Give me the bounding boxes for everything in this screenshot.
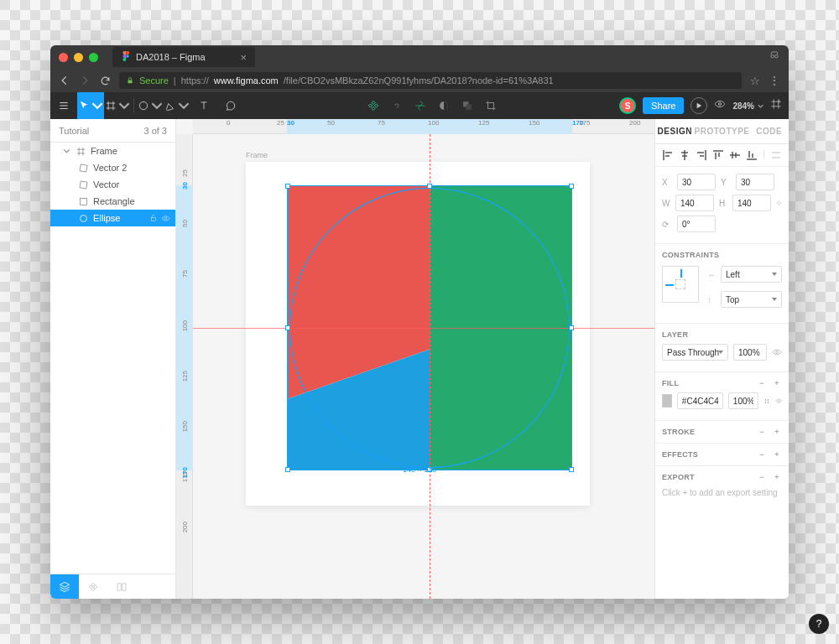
tab-close-icon[interactable]: × bbox=[241, 51, 248, 64]
layer-row-vector[interactable]: Vector bbox=[50, 176, 175, 193]
constraint-v-select[interactable] bbox=[721, 291, 782, 308]
star-icon[interactable]: ☆ bbox=[750, 75, 760, 87]
text-tool-button[interactable] bbox=[190, 92, 217, 119]
svg-point-23 bbox=[767, 402, 769, 403]
ruler-vertical: 25 30 50 75 100 125 150 170 175 200 bbox=[176, 134, 193, 599]
comment-tool-button[interactable] bbox=[217, 92, 244, 119]
browser-window: DA2018 – Figma × Secure | https://www.fi… bbox=[50, 45, 789, 599]
constrain-proportions-icon[interactable]: ⟡ bbox=[776, 198, 782, 208]
distribute-icon[interactable] bbox=[770, 149, 782, 161]
canvas-area[interactable]: 0 25 30 50 75 100 125 150 170 175 200 25… bbox=[176, 119, 654, 599]
figma-toolbar: S Share 284% bbox=[50, 92, 789, 119]
shape-tool-button[interactable] bbox=[137, 92, 164, 119]
layers-tab-button[interactable] bbox=[50, 574, 79, 600]
layer-visibility-icon[interactable] bbox=[772, 347, 782, 357]
layer-opacity-input[interactable] bbox=[733, 344, 767, 361]
user-avatar[interactable]: S bbox=[619, 97, 636, 114]
nav-back-button[interactable] bbox=[59, 75, 70, 86]
fill-remove-button[interactable]: − bbox=[757, 379, 767, 387]
y-label: Y bbox=[721, 178, 731, 187]
effects-section: EFFECTS −+ bbox=[655, 444, 789, 466]
w-input[interactable] bbox=[675, 195, 714, 211]
layer-row-frame[interactable]: Frame bbox=[50, 143, 175, 159]
stroke-title: STROKE bbox=[662, 428, 695, 436]
constraints-widget[interactable] bbox=[662, 266, 699, 303]
layer-row-vector2[interactable]: Vector 2 bbox=[50, 159, 175, 176]
align-top-icon[interactable] bbox=[712, 149, 724, 161]
alignment-row: | bbox=[655, 144, 789, 167]
view-settings-icon[interactable] bbox=[714, 98, 726, 113]
tab-design[interactable]: DESIGN bbox=[655, 119, 695, 143]
fill-add-button[interactable]: + bbox=[772, 379, 782, 387]
move-tool-button[interactable] bbox=[77, 92, 104, 119]
stroke-section: STROKE −+ bbox=[655, 421, 789, 444]
page-count[interactable]: 3 of 3 bbox=[143, 126, 167, 136]
align-bottom-icon[interactable] bbox=[746, 149, 758, 161]
selection-box bbox=[287, 185, 572, 470]
svg-point-12 bbox=[81, 215, 87, 221]
traffic-zoom-button[interactable] bbox=[89, 53, 98, 62]
rotation-input[interactable] bbox=[677, 216, 716, 232]
share-button[interactable]: Share bbox=[643, 97, 684, 114]
nav-forward-button[interactable] bbox=[79, 75, 91, 86]
layer-section: LAYER bbox=[655, 324, 789, 372]
h-label: H bbox=[719, 199, 727, 208]
browser-tab-active[interactable]: DA2018 – Figma × bbox=[112, 47, 255, 67]
visibility-icon[interactable] bbox=[161, 214, 170, 223]
export-add-button[interactable]: + bbox=[772, 473, 782, 481]
hamburger-menu-button[interactable] bbox=[50, 92, 77, 119]
assets-tab-button[interactable] bbox=[79, 574, 107, 600]
present-button[interactable] bbox=[690, 97, 707, 114]
stroke-add-button[interactable]: + bbox=[772, 428, 782, 436]
export-remove-button[interactable]: − bbox=[757, 473, 767, 481]
browser-tabstrip: DA2018 – Figma × bbox=[112, 47, 763, 67]
frame-icon bbox=[76, 147, 86, 156]
unlock-icon[interactable] bbox=[149, 214, 158, 222]
align-icon[interactable] bbox=[414, 100, 426, 112]
align-left-icon[interactable] bbox=[662, 149, 674, 161]
pixel-grid-icon[interactable] bbox=[770, 98, 782, 113]
lock-icon bbox=[126, 76, 134, 85]
blend-mode-select[interactable] bbox=[662, 344, 728, 361]
align-vcenter-icon[interactable] bbox=[729, 149, 741, 161]
fill-hex-input[interactable] bbox=[677, 392, 723, 409]
effects-remove-button[interactable]: − bbox=[757, 450, 767, 459]
browser-menu-icon[interactable]: ⋮ bbox=[769, 74, 780, 87]
x-input[interactable] bbox=[677, 174, 716, 190]
constraints-section: CONSTRAINTS ↔ ↕ bbox=[655, 244, 789, 324]
tab-prototype[interactable]: PROTOTYPE bbox=[695, 119, 750, 143]
align-hcenter-icon[interactable] bbox=[679, 149, 690, 161]
mask-icon[interactable] bbox=[438, 100, 450, 112]
rectangle-icon bbox=[79, 197, 88, 206]
fill-style-icon[interactable] bbox=[763, 397, 770, 406]
h-input[interactable] bbox=[732, 195, 771, 211]
frame-tool-button[interactable] bbox=[104, 92, 131, 119]
layer-row-rectangle[interactable]: Rectangle bbox=[50, 193, 175, 210]
pen-tool-button[interactable] bbox=[164, 92, 190, 119]
browser-tab-title: DA2018 – Figma bbox=[136, 52, 206, 62]
canvas[interactable]: Frame bbox=[193, 134, 654, 599]
url-host: www.figma.com bbox=[214, 75, 279, 86]
layer-row-ellipse[interactable]: Ellipse bbox=[50, 210, 175, 226]
traffic-close-button[interactable] bbox=[59, 53, 68, 62]
effects-add-button[interactable]: + bbox=[772, 450, 782, 459]
boolean-icon[interactable] bbox=[461, 100, 473, 112]
fill-swatch[interactable] bbox=[662, 394, 672, 408]
fill-visibility-icon[interactable] bbox=[775, 396, 782, 406]
stroke-remove-button[interactable]: − bbox=[757, 428, 767, 436]
y-input[interactable] bbox=[736, 174, 774, 190]
url-field[interactable]: Secure | https://www.figma.com/file/CBO2… bbox=[119, 72, 742, 89]
tab-code[interactable]: CODE bbox=[750, 119, 789, 143]
traffic-minimize-button[interactable] bbox=[74, 53, 83, 62]
library-tab-button[interactable] bbox=[107, 574, 136, 600]
crop-icon[interactable] bbox=[485, 100, 497, 112]
align-right-icon[interactable] bbox=[696, 149, 707, 161]
fill-opacity-input[interactable] bbox=[728, 392, 758, 409]
zoom-control[interactable]: 284% bbox=[732, 101, 763, 111]
frame-label[interactable]: Frame bbox=[246, 151, 268, 159]
ruler-horizontal: 0 25 30 50 75 100 125 150 170 175 200 bbox=[193, 119, 654, 134]
constraint-h-select[interactable] bbox=[721, 266, 782, 283]
nav-reload-button[interactable] bbox=[99, 75, 111, 86]
component-icon[interactable] bbox=[367, 100, 379, 112]
link-icon[interactable] bbox=[391, 100, 403, 112]
